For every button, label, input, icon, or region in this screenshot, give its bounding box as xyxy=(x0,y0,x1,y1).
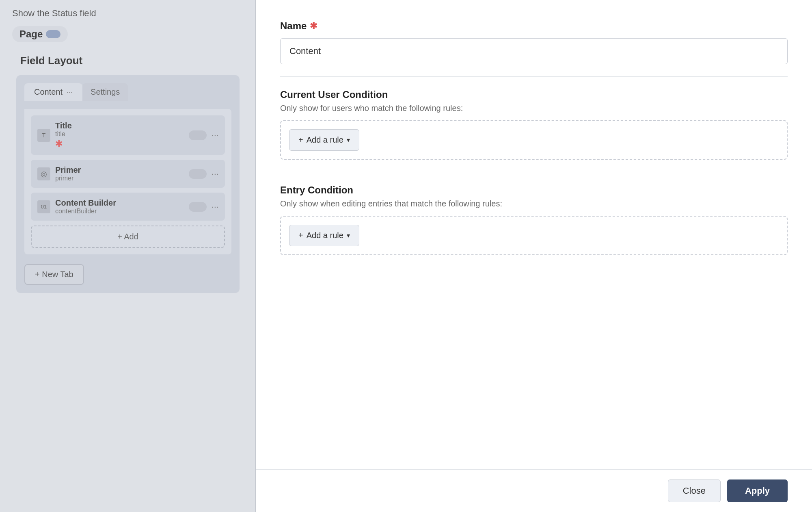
field-title-icon: T xyxy=(37,129,50,142)
field-primer-icon: ◎ xyxy=(37,167,50,180)
page-badge-toggle[interactable] xyxy=(46,30,60,38)
field-title-info: Title title ✱ xyxy=(55,121,184,149)
entry-add-rule-label: Add a rule xyxy=(307,231,343,240)
current-user-rule-container: + Add a rule ▾ xyxy=(280,120,788,160)
current-user-condition-desc: Only show for users who match the follow… xyxy=(280,104,788,113)
field-item-content-builder[interactable]: 01 Content Builder contentBuilder ··· xyxy=(31,193,225,221)
field-primer-menu-icon[interactable]: ··· xyxy=(212,169,218,178)
entry-add-rule-button[interactable]: + Add a rule ▾ xyxy=(289,225,359,246)
divider-1 xyxy=(280,76,788,77)
apply-button[interactable]: Apply xyxy=(727,479,788,502)
field-content-builder-name: Content Builder xyxy=(55,198,184,208)
modal-content: Name ✱ Current User Condition Only show … xyxy=(256,0,812,469)
tab-content-label: Content xyxy=(34,87,63,97)
tab-content[interactable]: Content ··· xyxy=(24,83,82,101)
page-badge-label: Page xyxy=(19,28,43,40)
tab-bar: Content ··· Settings xyxy=(24,83,231,101)
add-rule-chevron-icon: ▾ xyxy=(347,136,350,144)
name-input[interactable] xyxy=(280,38,788,64)
field-layout-title: Field Layout xyxy=(20,54,244,67)
current-user-add-rule-button[interactable]: + Add a rule ▾ xyxy=(289,129,359,151)
show-status-text: Show the Status field xyxy=(12,8,244,19)
field-content-builder-icon: 01 xyxy=(37,200,50,213)
add-field-button[interactable]: + Add xyxy=(31,226,225,248)
tab-settings-label: Settings xyxy=(91,87,120,96)
entry-add-rule-chevron-icon: ▾ xyxy=(347,232,350,239)
field-content-builder-toggle[interactable] xyxy=(189,202,207,212)
field-primer-toggle[interactable] xyxy=(189,169,207,179)
name-label-text: Name xyxy=(280,20,307,32)
add-field-label: + Add xyxy=(117,232,138,241)
entry-condition-title: Entry Condition xyxy=(280,184,788,196)
field-title-name: Title xyxy=(55,121,184,130)
field-primer-info: Primer primer xyxy=(55,165,184,182)
add-rule-plus-icon: + xyxy=(298,135,303,145)
field-primer-name: Primer xyxy=(55,165,184,175)
field-content-builder-handle: contentBuilder xyxy=(55,208,184,215)
field-item-primer[interactable]: ◎ Primer primer ··· xyxy=(31,160,225,188)
field-title-handle: title xyxy=(55,130,184,138)
entry-condition-desc: Only show when editing entries that matc… xyxy=(280,199,788,208)
field-content-builder-info: Content Builder contentBuilder xyxy=(55,198,184,215)
name-form-group: Name ✱ xyxy=(280,20,788,64)
left-panel: Show the Status field Page Field Layout … xyxy=(0,0,256,512)
close-button[interactable]: Close xyxy=(668,479,721,502)
entry-condition-group: Entry Condition Only show when editing e… xyxy=(280,184,788,255)
field-item-title[interactable]: T Title title ✱ ··· xyxy=(31,115,225,155)
field-layout-container: Content ··· Settings T Title title ✱ ··· xyxy=(16,75,240,293)
page-badge: Page xyxy=(12,26,68,42)
field-title-toggle[interactable] xyxy=(189,130,207,140)
field-title-menu-icon[interactable]: ··· xyxy=(212,130,218,140)
tab-content-menu-icon[interactable]: ··· xyxy=(67,88,73,96)
tab-settings[interactable]: Settings xyxy=(82,83,128,101)
fields-area: T Title title ✱ ··· ◎ Primer primer ··· xyxy=(24,109,231,254)
name-label: Name ✱ xyxy=(280,20,788,32)
modal-footer: Close Apply xyxy=(256,469,812,512)
entry-rule-container: + Add a rule ▾ xyxy=(280,216,788,255)
divider-2 xyxy=(280,172,788,172)
field-primer-handle: primer xyxy=(55,175,184,182)
new-tab-button[interactable]: + New Tab xyxy=(24,264,84,285)
field-content-builder-menu-icon[interactable]: ··· xyxy=(212,202,218,211)
new-tab-label: + New Tab xyxy=(35,270,73,279)
modal-panel: Name ✱ Current User Condition Only show … xyxy=(256,0,812,512)
current-user-add-rule-label: Add a rule xyxy=(307,135,343,145)
apply-button-label: Apply xyxy=(745,486,770,496)
current-user-condition-group: Current User Condition Only show for use… xyxy=(280,89,788,160)
entry-add-rule-plus-icon: + xyxy=(298,231,303,240)
name-required-star: ✱ xyxy=(310,21,317,31)
current-user-condition-title: Current User Condition xyxy=(280,89,788,100)
field-title-required-icon: ✱ xyxy=(55,139,184,149)
close-button-label: Close xyxy=(683,486,706,496)
